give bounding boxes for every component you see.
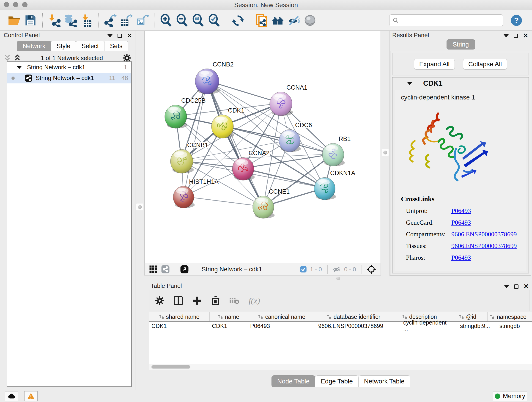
tree-expander-icon[interactable] [17, 66, 22, 69]
panel-close-icon[interactable]: ✕ [523, 32, 528, 39]
column-header-@id[interactable]: @id [448, 313, 488, 321]
gear-icon[interactable] [123, 54, 131, 62]
import-table-file-icon[interactable] [80, 13, 93, 27]
left-splitter[interactable] [135, 31, 144, 390]
scrollbar-thumb[interactable] [152, 365, 190, 369]
panel-float-icon[interactable] [118, 34, 122, 38]
node-RB1[interactable] [322, 143, 345, 166]
collapse-all-chevron-icon[interactable] [14, 54, 21, 62]
column-header-canonical-name[interactable]: canonical name [248, 313, 316, 321]
expand-all-chevron-icon[interactable] [4, 54, 11, 62]
tab-style[interactable]: Style [51, 41, 76, 51]
table-cell[interactable]: stringdb:9... [448, 322, 488, 330]
column-header-database-identifier[interactable]: database identifier [316, 313, 391, 321]
panel-menu-icon[interactable] [504, 285, 509, 288]
tab-string[interactable]: String [447, 39, 475, 50]
table-cell[interactable]: stringdb [488, 322, 529, 330]
table-settings-gear-icon[interactable] [155, 296, 164, 305]
network-share-icon[interactable] [161, 265, 170, 274]
crosslink-label: Pharos: [406, 254, 451, 261]
show-columns-icon[interactable] [173, 296, 183, 306]
fit-selected-crosshair-icon[interactable] [367, 265, 376, 274]
table-horizontal-scrollbar[interactable] [149, 364, 532, 370]
node-CCNB2[interactable] [195, 69, 220, 94]
panel-menu-icon[interactable] [108, 34, 113, 37]
open-view-icon[interactable] [180, 265, 189, 274]
column-header-shared-name[interactable]: shared name [149, 313, 210, 321]
export-table-icon[interactable] [120, 13, 133, 27]
hidden-eye-icon[interactable] [333, 266, 341, 273]
column-header-namespace[interactable]: namespace [488, 313, 529, 321]
table-cell[interactable]: P06493 [248, 322, 316, 330]
add-column-icon[interactable] [192, 296, 202, 306]
crosslink-link[interactable]: 9606.ENSP00000378699 [451, 230, 517, 238]
node-CCNA2[interactable] [232, 157, 255, 180]
panel-float-icon[interactable] [514, 34, 518, 38]
node-CDC25B[interactable] [165, 105, 188, 128]
string-document-icon[interactable] [255, 13, 268, 27]
node-CCNA1[interactable] [270, 92, 293, 116]
crosslink-link[interactable]: P06493 [451, 254, 471, 261]
crosslink-link[interactable]: P06493 [451, 207, 471, 215]
tab-sets[interactable]: Sets [104, 41, 128, 51]
export-network-icon[interactable] [104, 13, 117, 27]
splitter-handle[interactable] [336, 277, 340, 280]
cloud-button[interactable] [5, 391, 18, 401]
column-header-name[interactable]: name [210, 313, 248, 321]
open-session-icon[interactable] [8, 13, 21, 27]
crosslink-link[interactable]: P06493 [451, 219, 471, 226]
network-row[interactable]: String Network – cdk1 11 48 [7, 73, 131, 83]
network-canvas[interactable]: CCNB2CCNA1CDC25BCDK1CDC6RB1CCNB1CCNA2CDK… [144, 31, 381, 263]
node-CDC6[interactable] [279, 129, 301, 152]
node-CDKN1A[interactable] [314, 177, 336, 200]
memory-button[interactable]: Memory [493, 391, 527, 401]
table-cell[interactable]: CDK1 [149, 322, 210, 330]
help-button[interactable]: ? [511, 15, 522, 26]
panel-menu-icon[interactable] [504, 34, 509, 37]
section-expander-icon[interactable] [407, 82, 412, 85]
panel-float-icon[interactable] [514, 284, 519, 289]
selected-checkbox-icon[interactable] [300, 266, 307, 273]
birds-eye-view-icon[interactable] [149, 265, 157, 274]
search-input[interactable] [389, 14, 503, 26]
node-HIST1H1A[interactable] [173, 186, 195, 208]
panel-close-icon[interactable]: ✕ [127, 32, 132, 39]
table-cell[interactable]: 9606.ENSP00000378699 [316, 322, 391, 330]
panel-close-icon[interactable]: ✕ [524, 283, 529, 290]
edge-CCNA2-CDKN1A[interactable] [243, 168, 325, 188]
network-collection-row[interactable]: String Network – cdk1 1 [7, 62, 131, 73]
splitter-handle[interactable] [136, 204, 143, 211]
tab-network[interactable]: Network [17, 41, 51, 51]
table-cell[interactable]: CDK1 [210, 322, 248, 330]
tab-edge-table[interactable]: Edge Table [315, 375, 359, 387]
node-CDK1[interactable] [211, 115, 234, 138]
collapse-all-button[interactable]: Collapse All [463, 59, 507, 70]
eye-slash-icon[interactable] [288, 13, 300, 27]
table-row[interactable]: CDK1CDK1P064939606.ENSP00000378699cyclin… [149, 322, 532, 330]
eye-disabled-icon[interactable] [304, 13, 317, 27]
zoom-out-icon[interactable] [176, 13, 189, 27]
tab-network-table[interactable]: Network Table [359, 375, 410, 387]
right-splitter[interactable] [381, 31, 389, 276]
splitter-handle[interactable] [382, 149, 389, 156]
zoom-in-icon[interactable] [160, 13, 172, 27]
save-session-icon[interactable] [24, 13, 37, 27]
node-CCNE1[interactable] [253, 196, 275, 218]
apply-layout-icon[interactable] [232, 13, 244, 27]
expand-all-button[interactable]: Expand All [414, 59, 455, 70]
zoom-selected-icon[interactable] [208, 13, 221, 27]
table-cell[interactable]: cyclin-dependent ... [391, 322, 448, 330]
warnings-button[interactable] [24, 391, 38, 401]
import-network-file-icon[interactable] [48, 13, 61, 27]
zoom-fit-icon[interactable] [192, 13, 205, 27]
crosslink-link[interactable]: 9606.ENSP00000378699 [451, 242, 517, 249]
home-pair-icon[interactable] [272, 13, 284, 27]
tab-node-table[interactable]: Node Table [272, 375, 315, 387]
export-image-icon[interactable] [136, 13, 149, 27]
edge-HIST1H1A-CCNE1[interactable] [184, 196, 263, 206]
edge-CCNB2-CCNE1[interactable] [207, 81, 263, 206]
delete-column-trash-icon[interactable] [211, 296, 220, 306]
import-network-database-icon[interactable] [64, 13, 77, 27]
node-table[interactable]: shared namenamecanonical namedatabase id… [149, 312, 532, 370]
tab-select[interactable]: Select [76, 41, 104, 51]
